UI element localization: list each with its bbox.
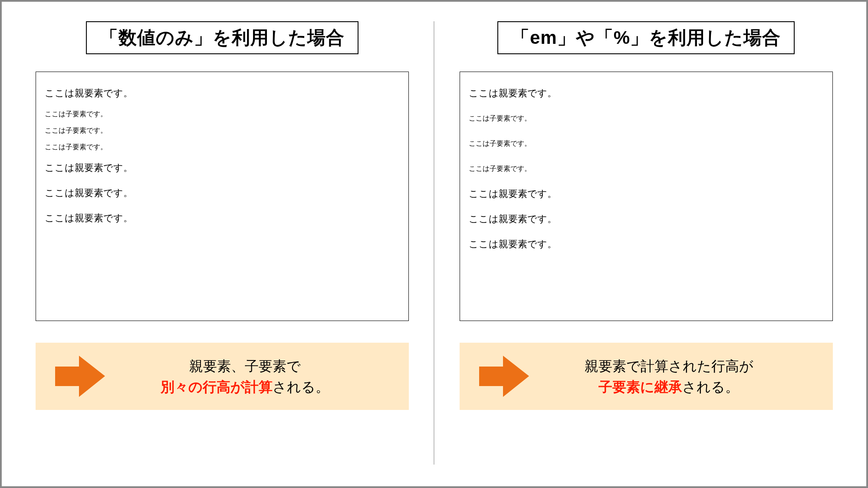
demo-parent-line: ここは親要素です。 (469, 232, 824, 257)
left-callout-emphasis: 別々の行高が計算 (161, 379, 273, 395)
right-callout-line1: 親要素で計算された行高が (585, 358, 753, 374)
right-title: 「em」や「%」を利用した場合 (497, 21, 795, 54)
right-demo-box: ここは親要素です。ここは子要素です。ここは子要素です。ここは子要素です。ここは親… (460, 72, 833, 321)
svg-marker-0 (55, 356, 105, 397)
demo-parent-line: ここは親要素です。 (469, 181, 824, 206)
right-callout-line2-post: される。 (682, 379, 739, 395)
left-panel: 「数値のみ」を利用した場合 ここは親要素です。ここは子要素です。ここは子要素です… (26, 21, 418, 465)
demo-parent-line: ここは親要素です。 (45, 206, 400, 231)
demo-parent-line: ここは親要素です。 (45, 155, 400, 180)
left-callout-line1: 親要素、子要素で (189, 358, 301, 374)
arrow-right-icon (55, 356, 105, 397)
slide-frame: 「数値のみ」を利用した場合 ここは親要素です。ここは子要素です。ここは子要素です… (0, 0, 868, 488)
demo-child-line: ここは子要素です。 (45, 106, 400, 122)
demo-child-line: ここは子要素です。 (469, 131, 824, 156)
demo-child-line: ここは子要素です。 (45, 139, 400, 155)
demo-parent-line: ここは親要素です。 (469, 206, 824, 232)
demo-parent-line: ここは親要素です。 (469, 81, 824, 106)
left-callout-line2-post: される。 (273, 379, 329, 395)
vertical-divider (434, 21, 434, 465)
right-callout-text: 親要素で計算された行高が 子要素に継承される。 (540, 356, 833, 397)
right-callout: 親要素で計算された行高が 子要素に継承される。 (460, 343, 833, 410)
svg-marker-1 (479, 356, 529, 397)
demo-child-line: ここは子要素です。 (45, 122, 400, 139)
right-panel: 「em」や「%」を利用した場合 ここは親要素です。ここは子要素です。ここは子要素… (450, 21, 842, 465)
left-callout: 親要素、子要素で 別々の行高が計算される。 (36, 343, 409, 410)
demo-parent-line: ここは親要素です。 (45, 180, 400, 206)
left-title: 「数値のみ」を利用した場合 (86, 21, 358, 54)
left-callout-text: 親要素、子要素で 別々の行高が計算される。 (116, 356, 409, 397)
left-demo-box: ここは親要素です。ここは子要素です。ここは子要素です。ここは子要素です。ここは親… (36, 72, 409, 321)
right-callout-emphasis: 子要素に継承 (598, 379, 682, 395)
demo-parent-line: ここは親要素です。 (45, 81, 400, 106)
demo-child-line: ここは子要素です。 (469, 106, 824, 131)
arrow-right-icon (479, 356, 529, 397)
demo-child-line: ここは子要素です。 (469, 156, 824, 181)
